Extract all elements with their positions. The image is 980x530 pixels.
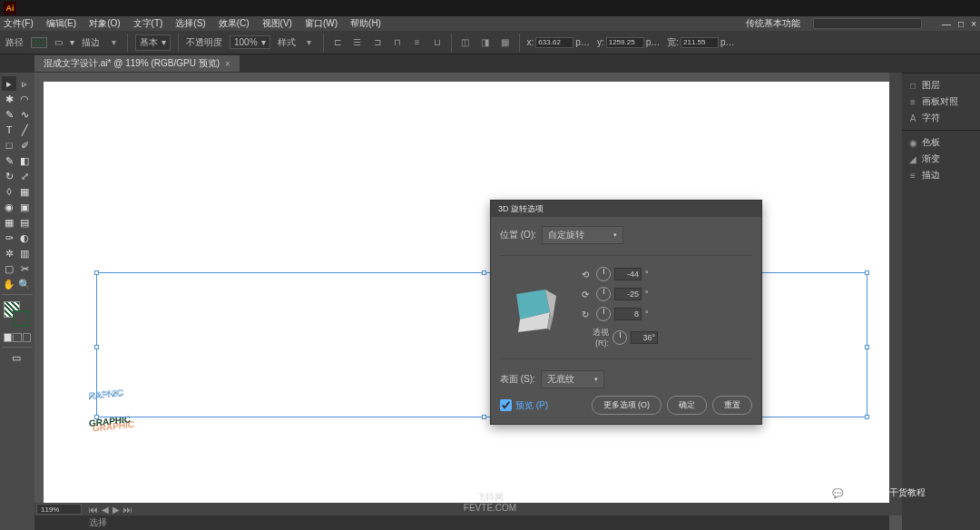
chevron-down-icon[interactable]: ▾ <box>303 36 316 49</box>
paintbrush-tool[interactable]: ✐ <box>17 138 32 152</box>
resize-handle[interactable] <box>94 270 99 275</box>
surface-dropdown[interactable]: 无底纹 <box>541 370 604 388</box>
chevron-down-icon[interactable]: ▾ <box>107 36 120 49</box>
axis-z-input[interactable] <box>614 308 642 320</box>
resize-handle[interactable] <box>482 270 486 275</box>
menu-help[interactable]: 帮助(H) <box>350 17 381 30</box>
zoom-tool[interactable]: 🔍 <box>17 277 32 291</box>
preview-checkbox-input[interactable] <box>500 399 512 411</box>
stroke-color[interactable] <box>13 310 29 327</box>
maximize-icon[interactable]: □ <box>958 19 964 29</box>
preview-checkbox[interactable]: 预览 (P) <box>500 399 548 412</box>
prev-artboard-icon[interactable]: ◀ <box>102 505 109 515</box>
shape-builder-tool[interactable]: ◉ <box>2 200 16 214</box>
align-right-icon[interactable]: ⊐ <box>371 36 384 49</box>
free-transform-tool[interactable]: ▦ <box>17 184 32 199</box>
width-tool[interactable]: ◊ <box>2 184 16 199</box>
perspective-input[interactable] <box>631 331 658 344</box>
shape-mode-icon[interactable]: ◫ <box>459 36 472 49</box>
w-input[interactable] <box>681 37 719 48</box>
opacity-dropdown[interactable]: 100%▾ <box>230 35 270 49</box>
document-tab[interactable]: 混成文字设计.ai* @ 119% (RGB/GPU 预览) × <box>34 55 240 72</box>
zoom-dropdown[interactable]: 119% <box>36 504 82 515</box>
resize-handle[interactable] <box>865 345 869 349</box>
align-left-icon[interactable]: ⊏ <box>331 36 344 49</box>
menu-view[interactable]: 视图(V) <box>262 17 292 30</box>
first-artboard-icon[interactable]: ⏮ <box>89 505 98 515</box>
transform-icon[interactable]: ▦ <box>499 36 512 49</box>
lasso-tool[interactable]: ◠ <box>17 92 32 106</box>
3d-cube-preview[interactable] <box>500 276 564 339</box>
menu-object[interactable]: 对象(O) <box>89 17 120 30</box>
menu-type[interactable]: 文字(T) <box>133 17 163 30</box>
position-dropdown[interactable]: 自定旋转 <box>542 226 623 244</box>
workspace-label[interactable]: 传统基本功能 <box>746 17 800 30</box>
align-center-v-icon[interactable]: ≡ <box>411 36 424 49</box>
panel-stroke[interactable]: ≡描边 <box>906 167 976 183</box>
y-input[interactable] <box>606 37 644 48</box>
artboard-tool[interactable]: ▢ <box>2 261 16 276</box>
mesh-tool[interactable]: ▦ <box>2 215 16 230</box>
canvas[interactable]: GRAPHIC GRAPHIC GRAPHIC GRAPHIC 119% ⏮◀▶… <box>34 73 902 530</box>
resize-handle[interactable] <box>94 345 99 349</box>
axis-x-dial[interactable] <box>596 267 611 281</box>
draw-inside[interactable] <box>23 333 31 342</box>
graph-tool[interactable]: ▥ <box>17 246 32 260</box>
brush-dropdown[interactable]: 基本▾ <box>135 34 171 51</box>
axis-x-input[interactable] <box>614 268 642 280</box>
hand-tool[interactable]: ✋ <box>2 277 16 291</box>
rotate-tool[interactable]: ↻ <box>2 169 16 183</box>
fill-swatch[interactable] <box>31 37 47 48</box>
panel-swatches[interactable]: ◉色板 <box>906 134 976 151</box>
draw-normal[interactable] <box>4 333 12 342</box>
x-input[interactable] <box>535 37 573 48</box>
slice-tool[interactable]: ✂ <box>17 261 32 276</box>
reset-button[interactable]: 重置 <box>712 396 752 415</box>
more-options-button[interactable]: 更多选项 (O) <box>592 396 662 415</box>
panel-layers[interactable]: □图层 <box>906 77 976 93</box>
perspective-dial[interactable] <box>612 330 627 345</box>
magic-wand-tool[interactable]: ✱ <box>2 92 16 106</box>
dialog-title[interactable]: 3D 旋转选项 <box>491 201 761 217</box>
direct-selection-tool[interactable]: ▹ <box>17 76 32 91</box>
align-center-h-icon[interactable]: ☰ <box>351 36 364 49</box>
draw-behind[interactable] <box>13 333 21 342</box>
axis-y-dial[interactable] <box>596 287 611 301</box>
gradient-tool[interactable]: ▤ <box>17 215 32 230</box>
eraser-tool[interactable]: ◧ <box>17 153 32 168</box>
eyedropper-tool[interactable]: ✑ <box>2 231 16 245</box>
selection-tool[interactable]: ▸ <box>2 76 16 91</box>
horizontal-scrollbar[interactable]: 119% ⏮◀▶⏭ <box>34 503 889 515</box>
close-tab-icon[interactable]: × <box>225 59 230 69</box>
line-tool[interactable]: ╱ <box>17 123 32 137</box>
symbol-sprayer-tool[interactable]: ✲ <box>2 246 16 260</box>
shape-mode-icon[interactable]: ◨ <box>479 36 492 49</box>
menu-file[interactable]: 文件(F) <box>4 17 34 30</box>
scale-tool[interactable]: ⤢ <box>17 169 32 183</box>
shaper-tool[interactable]: ✎ <box>2 153 16 168</box>
axis-z-dial[interactable] <box>596 307 611 321</box>
panel-gradient[interactable]: ◢渐变 <box>906 151 976 167</box>
close-icon[interactable]: × <box>971 19 976 29</box>
curvature-tool[interactable]: ∿ <box>17 107 32 122</box>
next-artboard-icon[interactable]: ▶ <box>113 505 120 515</box>
color-picker[interactable] <box>4 301 29 327</box>
vertical-scrollbar[interactable] <box>889 73 902 515</box>
resize-handle[interactable] <box>865 415 869 419</box>
pen-tool[interactable]: ✎ <box>2 107 16 122</box>
align-bottom-icon[interactable]: ⊔ <box>431 36 444 49</box>
panel-character[interactable]: A字符 <box>906 110 976 126</box>
align-top-icon[interactable]: ⊓ <box>391 36 404 49</box>
perspective-tool[interactable]: ▣ <box>17 200 32 214</box>
resize-handle[interactable] <box>482 415 486 419</box>
panel-artboards[interactable]: ≡画板对照 <box>906 93 976 110</box>
type-tool[interactable]: T <box>2 123 16 137</box>
minimize-icon[interactable]: — <box>942 19 951 29</box>
axis-y-input[interactable] <box>614 288 642 300</box>
rectangle-tool[interactable]: □ <box>2 138 16 152</box>
last-artboard-icon[interactable]: ⏭ <box>123 505 132 515</box>
stroke-indicator-icon[interactable]: ▭ <box>54 37 63 47</box>
blend-tool[interactable]: ◐ <box>17 231 32 245</box>
resize-handle[interactable] <box>94 415 99 419</box>
resize-handle[interactable] <box>865 270 869 275</box>
